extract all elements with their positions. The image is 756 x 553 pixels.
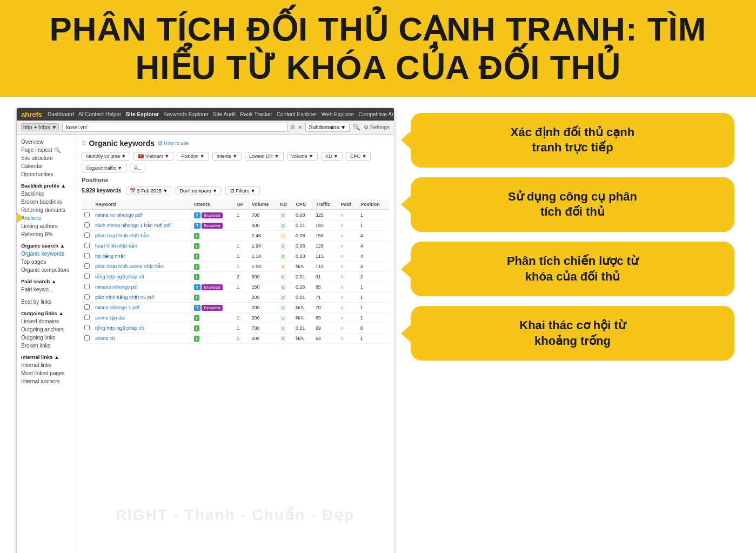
row-checkbox[interactable]: [84, 315, 90, 320]
sidebar-item-outgoing-anchors[interactable]: Outgoing anchors: [17, 325, 76, 334]
watermark: RIGHT - Thanh - Chuẩn - Đẹp: [116, 506, 355, 524]
th-sf[interactable]: SF: [234, 199, 249, 210]
row-checkbox[interactable]: [84, 294, 90, 299]
cell-volume: 150: [249, 282, 277, 292]
settings-button[interactable]: ⚙ Settings: [364, 124, 390, 130]
cell-cpc: 0.06: [293, 241, 313, 251]
info-card-1: Xác định đối thủ cạnhtranh trực tiếp: [411, 113, 734, 168]
nav-competitive[interactable]: Competitive Analysis: [358, 111, 394, 117]
filter-position[interactable]: Position ▼: [177, 152, 209, 161]
sidebar-item-broken-links[interactable]: Broken links: [17, 342, 76, 350]
nav-web-explorer[interactable]: Web Explorer: [322, 111, 354, 117]
filter-cpc[interactable]: CPC ▼: [346, 152, 371, 161]
sidebar-item-site-structure[interactable]: Site structure: [17, 154, 76, 162]
sidebar-item-page-inspect[interactable]: Page inspect 🔍: [17, 146, 76, 154]
nav-dashboard[interactable]: Dashboard: [48, 111, 74, 117]
filter-lowest-dr[interactable]: Lowest DR ▼: [245, 152, 283, 161]
filter-monthly-volume[interactable]: Monthly volume ▼: [82, 152, 130, 161]
row-checkbox[interactable]: [84, 263, 90, 269]
sidebar-item-internal-links[interactable]: Internal links: [17, 361, 76, 369]
filter-organic-traffic[interactable]: Organic traffic ▼: [82, 164, 126, 172]
row-checkbox[interactable]: [84, 304, 90, 310]
th-traffic[interactable]: Traffic: [313, 199, 338, 210]
sidebar-item-referring-ips[interactable]: Referring IPs: [17, 230, 76, 238]
nav-links: Dashboard AI Content Helper Site Explore…: [48, 111, 394, 117]
sidebar-item-backlinks[interactable]: Backlinks: [17, 190, 76, 198]
th-position[interactable]: Position: [358, 199, 389, 210]
keywords-table: Keyword Intents SF Volume KD CPC Traffic…: [82, 199, 389, 344]
nav-keywords-explorer[interactable]: Keywords Explorer: [163, 111, 209, 117]
sidebar-item-broken-backlinks[interactable]: Broken backlinks: [17, 198, 76, 206]
row-checkbox[interactable]: [84, 325, 90, 330]
subdomains-button[interactable]: Subdomains ▼: [305, 123, 350, 132]
sidebar-item-linked-domains[interactable]: Linked domains: [17, 317, 76, 325]
cell-position: 4: [358, 241, 389, 251]
browser-panel: ahrefs Dashboard AI Content Helper Site …: [16, 108, 394, 553]
sidebar-item-opportunities[interactable]: Opportunities: [17, 170, 76, 178]
sidebar-item-calendar[interactable]: Calendar: [17, 162, 76, 170]
row-checkbox[interactable]: [84, 253, 90, 258]
filter-intents[interactable]: Intents ▼: [212, 152, 242, 161]
nav-content-explorer[interactable]: Content Explorer: [277, 111, 317, 117]
sidebar-item-outgoing-links[interactable]: Outgoing links: [17, 334, 76, 342]
cell-volume: 200: [249, 292, 277, 302]
sidebar-item-anchors[interactable]: Anchors: [17, 214, 76, 222]
sidebar-item-most-linked[interactable]: Most linked pages: [17, 369, 76, 377]
row-checkbox[interactable]: [84, 335, 90, 341]
filter-kd[interactable]: KD ▼: [321, 152, 343, 161]
card-wrap-1: Xác định đối thủ cạnhtranh trực tiếp: [411, 113, 734, 168]
sidebar-section-outgoing: Outgoing links ▲: [17, 308, 76, 317]
cell-traffic: 91: [313, 271, 338, 282]
th-checkbox: [82, 199, 92, 210]
nav-ai-content[interactable]: AI Content Helper: [78, 111, 122, 117]
how-to-use-link[interactable]: @ How to use: [158, 141, 189, 146]
sidebar-item-referring-domains[interactable]: Referring domains: [17, 206, 76, 214]
th-cpc[interactable]: CPC: [293, 199, 313, 210]
compare-button[interactable]: Don't compare ▼: [176, 186, 221, 195]
filter-vietnam[interactable]: 🇻🇳 Vietnam ▼: [133, 152, 173, 161]
sidebar-item-paid-keywords[interactable]: Paid keywo...: [17, 285, 76, 294]
th-keyword[interactable]: Keyword: [92, 199, 191, 210]
row-checkbox[interactable]: [84, 222, 90, 228]
sidebar-item-linking-authors[interactable]: Linking authors: [17, 222, 76, 230]
cell-traffic: 115: [313, 251, 338, 261]
address-input[interactable]: [62, 123, 287, 132]
cell-position: 4: [358, 230, 389, 241]
cell-volume: 2.4K: [249, 230, 277, 241]
cell-traffic: 71: [313, 292, 338, 302]
row-checkbox[interactable]: [84, 284, 90, 289]
search-icon[interactable]: 🔍: [353, 124, 360, 131]
sidebar-item-best-by-links[interactable]: Best by links: [17, 298, 76, 306]
row-checkbox[interactable]: [84, 243, 90, 248]
sidebar-section-backlink: Backlink profile ▲: [17, 181, 76, 190]
row-checkbox[interactable]: [84, 274, 90, 279]
cell-paid: ○: [338, 220, 358, 230]
cell-paid: ○: [338, 333, 358, 343]
th-kd[interactable]: KD: [277, 199, 293, 210]
sidebar-item-overview[interactable]: Overview: [17, 138, 76, 146]
cell-volume: 1.9K: [249, 241, 277, 251]
row-checkbox[interactable]: [84, 212, 90, 217]
close-icon[interactable]: ✕: [298, 124, 302, 130]
cell-sf: 2: [234, 271, 249, 282]
sidebar-item-internal-anchors[interactable]: Internal anchors: [17, 377, 76, 385]
row-checkbox[interactable]: [84, 232, 90, 238]
filter-more[interactable]: P...: [130, 164, 145, 172]
nav-site-explorer[interactable]: Site Explorer: [125, 111, 159, 117]
protocol-select[interactable]: http + https ▼: [21, 123, 59, 131]
cell-intents: I: [191, 241, 234, 251]
cell-paid: ○: [338, 271, 358, 282]
filter-volume[interactable]: Volume ▼: [287, 152, 318, 161]
filters-button[interactable]: ⊟ Filters ▼: [225, 186, 260, 195]
sidebar-item-top-pages[interactable]: Top pages: [17, 258, 76, 266]
cell-sf: 1: [234, 241, 249, 251]
date-button[interactable]: 📅 3 Feb 2025 ▼: [126, 186, 171, 195]
sidebar-item-organic-keywords[interactable]: Organic keywords: [17, 250, 76, 258]
copy-icon[interactable]: ⧉: [291, 124, 295, 130]
nav-rank-tracker[interactable]: Rank Tracker: [240, 111, 272, 117]
th-paid[interactable]: Paid: [338, 199, 358, 210]
nav-site-audit[interactable]: Site Audit: [213, 111, 236, 117]
th-intents[interactable]: Intents: [191, 199, 234, 210]
sidebar-item-organic-competitors[interactable]: Organic competitors: [17, 266, 76, 274]
th-volume[interactable]: Volume: [249, 199, 277, 210]
